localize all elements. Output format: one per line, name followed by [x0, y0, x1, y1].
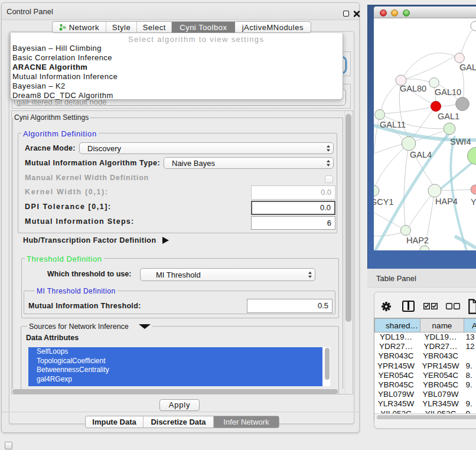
svg-text:SWI4: SWI4 [450, 137, 471, 146]
svg-text:HAP2: HAP2 [406, 236, 429, 245]
svg-text:GCY1: GCY1 [374, 197, 394, 207]
svg-text:GAL80: GAL80 [400, 84, 426, 93]
svg-text:HAP4: HAP4 [435, 197, 458, 206]
svg-text:Y: Y [471, 197, 476, 207]
svg-text:GAL10: GAL10 [435, 87, 461, 97]
svg-text:GAL4: GAL4 [410, 150, 432, 159]
svg-text:GAL11: GAL11 [380, 120, 406, 129]
svg-text:GAL1: GAL1 [438, 112, 459, 121]
svg-text:GAL: GAL [459, 63, 476, 72]
